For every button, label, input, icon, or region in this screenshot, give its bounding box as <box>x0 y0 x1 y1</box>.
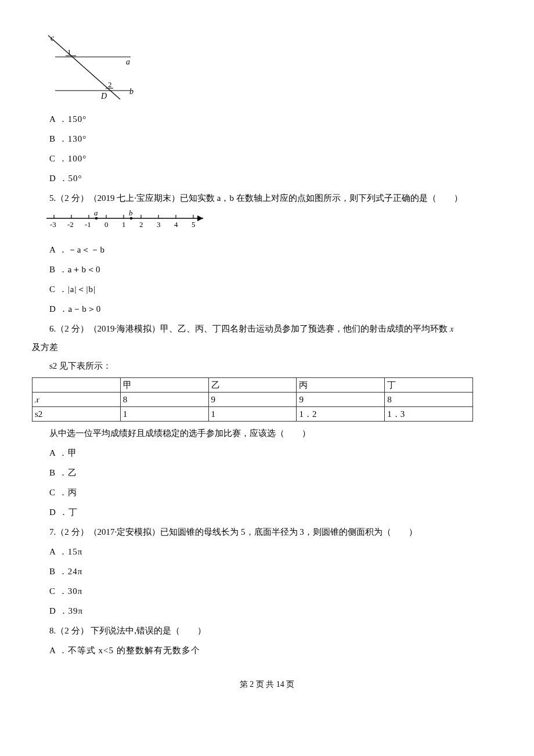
svg-text:2: 2 <box>108 80 112 89</box>
table-row: s2 1 1 1．2 1．3 <box>33 407 473 422</box>
q6-stem-line2: 及方差 <box>32 340 502 354</box>
q8-option-a[interactable]: A ．不等式 x<5 的整数解有无数多个 <box>32 643 502 657</box>
table-cell: 1．2 <box>297 407 385 422</box>
table-row: 甲 乙 丙 丁 <box>33 378 473 393</box>
q7-stem: 7.（2 分）（2017·定安模拟）已知圆锥的母线长为 5，底面半径为 3，则圆… <box>32 525 502 539</box>
q5-number-line: -3 -2 -1 a 0 1 b 2 3 4 5 <box>44 210 502 237</box>
x-bar-symbol: 𝑥 <box>35 395 39 404</box>
q7-option-b[interactable]: B ．24π <box>32 564 502 578</box>
q7-option-d[interactable]: D ．39π <box>32 604 502 618</box>
svg-text:D: D <box>100 92 107 100</box>
svg-text:2: 2 <box>139 220 143 229</box>
table-cell: 1．3 <box>385 407 473 422</box>
table-cell: s2 <box>33 407 121 422</box>
q6-stem-line3: s2 见下表所示： <box>32 359 502 373</box>
q4-option-d[interactable]: D ．50° <box>32 171 502 185</box>
svg-text:c: c <box>50 34 55 42</box>
table-cell: 甲 <box>120 378 208 393</box>
svg-text:1: 1 <box>122 220 126 229</box>
table-cell: 8 <box>120 393 208 407</box>
q8-stem: 8.（2 分） 下列说法中,错误的是（ ） <box>32 624 502 638</box>
svg-text:-2: -2 <box>67 220 74 229</box>
svg-text:b: b <box>129 210 133 217</box>
table-cell: 1 <box>208 407 297 422</box>
q6-option-d[interactable]: D ．丁 <box>32 505 502 519</box>
q5-option-c[interactable]: C ．|a|＜|b| <box>32 282 502 296</box>
svg-point-25 <box>130 217 133 220</box>
table-cell: 9 <box>297 393 385 407</box>
q5-option-c-prefix: C ． <box>49 285 68 294</box>
table-cell: 𝑥 <box>33 393 121 407</box>
table-cell: 1 <box>120 407 208 422</box>
q5-option-d[interactable]: D ．a－b＞0 <box>32 302 502 316</box>
q6-option-a[interactable]: A ．甲 <box>32 446 502 460</box>
q4-option-b[interactable]: B ．130° <box>32 132 502 146</box>
table-cell: 乙 <box>208 378 297 393</box>
q7-option-a[interactable]: A ．15π <box>32 545 502 559</box>
table-cell <box>33 378 121 393</box>
svg-text:-3: -3 <box>50 220 56 229</box>
q6-stem-line1: 6.（2 分）（2019·海港模拟）甲、乙、丙、丁四名射击运动员参加了预选赛，他… <box>32 322 502 336</box>
q5-option-a[interactable]: A ．－a＜－b <box>32 243 502 257</box>
svg-line-4 <box>48 35 120 99</box>
q6-table: 甲 乙 丙 丁 𝑥 8 9 9 8 s2 1 1 1．2 1．3 <box>32 377 473 422</box>
svg-text:b: b <box>129 87 134 96</box>
svg-text:a: a <box>94 210 98 217</box>
table-cell: 9 <box>208 393 297 407</box>
table-cell: 丙 <box>297 378 385 393</box>
q7-option-c[interactable]: C ．30π <box>32 584 502 598</box>
q4-option-a[interactable]: A ．150° <box>32 112 502 126</box>
svg-text:a: a <box>126 57 130 66</box>
svg-marker-12 <box>197 215 203 221</box>
q4-option-c[interactable]: C ．100° <box>32 152 502 165</box>
q4-diagram: a b c 1 2 D <box>38 33 502 106</box>
table-row: 𝑥 8 9 9 8 <box>33 393 473 407</box>
q6-followup: 从中选一位平均成绩好且成绩稳定的选手参加比赛，应该选（ ） <box>32 426 502 440</box>
svg-text:4: 4 <box>174 220 178 229</box>
q5-option-b[interactable]: B ．a＋b＜0 <box>32 262 502 276</box>
q6-option-c[interactable]: C ．丙 <box>32 485 502 499</box>
svg-text:0: 0 <box>104 220 109 229</box>
q6-option-b[interactable]: B ．乙 <box>32 466 502 480</box>
table-cell: 丁 <box>385 378 473 393</box>
page-footer: 第 2 页 共 14 页 <box>32 678 502 691</box>
svg-text:-1: -1 <box>85 220 91 229</box>
svg-text:3: 3 <box>157 220 161 229</box>
svg-text:1: 1 <box>67 48 71 56</box>
table-cell: 8 <box>385 393 473 407</box>
q5-option-c-expr: |a|＜|b| <box>68 285 96 294</box>
svg-text:5: 5 <box>192 220 196 229</box>
svg-point-19 <box>95 217 98 220</box>
q5-stem: 5.（2 分）（2019 七上·宝应期末）已知实数 a，b 在数轴上对应的点如图… <box>32 191 502 205</box>
